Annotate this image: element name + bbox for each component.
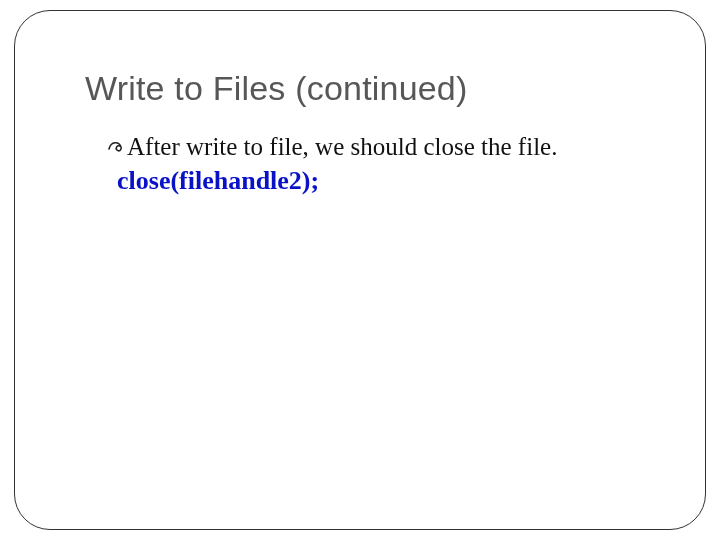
bullet-text: After write to file, we should close the… (127, 132, 557, 162)
slide-title: Write to Files (continued) (85, 69, 655, 108)
code-line: close(filehandle2); (117, 166, 655, 196)
bullet-item: After write to file, we should close the… (107, 132, 655, 162)
bullet-icon (107, 137, 125, 159)
slide-content: Write to Files (continued) After write t… (85, 69, 655, 196)
slide-frame: Write to Files (continued) After write t… (14, 10, 706, 530)
